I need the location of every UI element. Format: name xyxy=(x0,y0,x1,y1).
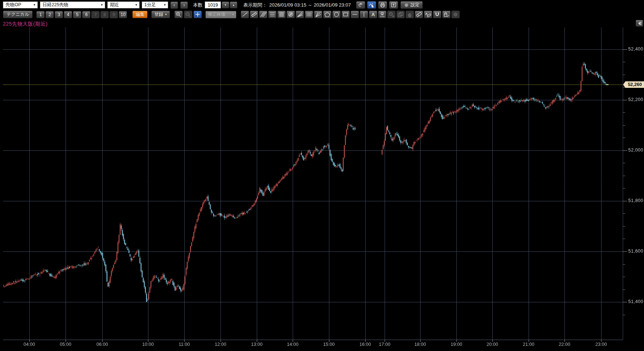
collapse-panel-button[interactable] xyxy=(636,20,643,27)
tool-eraser-button[interactable] xyxy=(415,11,423,18)
tool-ellipse-button[interactable] xyxy=(332,11,341,18)
tool-gann-fan-button[interactable] xyxy=(314,11,322,18)
x-axis-label: 16:00 xyxy=(359,342,371,347)
printer-icon xyxy=(380,2,386,8)
gear-icon xyxy=(404,3,409,8)
category-select[interactable]: 先物OP ▼ xyxy=(3,1,38,8)
zoom-in-button[interactable] xyxy=(174,11,183,18)
y-axis-label: 51,800 xyxy=(628,198,643,203)
toolbar-tools: テクニカル 12345678910 編集 登録 ▼ 修正株価 ▼ AICONA xyxy=(0,10,644,19)
register-button[interactable]: 登録 ▼ xyxy=(151,11,170,18)
tool-lock-drawing-button[interactable] xyxy=(442,11,451,18)
tool-fib-circle-button[interactable] xyxy=(286,11,295,18)
tool-horizontal-lines-button[interactable] xyxy=(268,11,277,18)
zoom-in-icon xyxy=(175,12,182,17)
settings-button[interactable]: 設定 xyxy=(400,1,423,9)
tool-fib-fan-button[interactable] xyxy=(296,11,304,18)
preset-button-10[interactable]: 10 xyxy=(119,11,127,18)
bars-decrement-button[interactable]: ▼ xyxy=(222,1,229,8)
x-axis-label: 14:00 xyxy=(287,342,298,347)
printer-button[interactable] xyxy=(378,1,387,9)
technical-button[interactable]: テクニカル xyxy=(3,11,33,18)
tool-magnet-button[interactable] xyxy=(433,11,441,18)
contract-month-select-value: 期近 xyxy=(110,2,119,8)
x-axis-label: 15:00 xyxy=(323,342,334,347)
undo-button[interactable] xyxy=(356,1,365,9)
tool-parallel-lines-button[interactable] xyxy=(259,11,267,18)
pentagon-icon xyxy=(324,12,330,17)
tool-time-cycle-button xyxy=(387,11,396,18)
tool-drawing-settings-button xyxy=(451,11,460,18)
tool-move-hand-button xyxy=(406,11,414,18)
ruler-icon xyxy=(251,12,257,17)
horizontal-line-icon xyxy=(352,12,358,17)
edit-button[interactable]: 編集 xyxy=(132,11,148,18)
contract-month-select[interactable]: 期近 ▼ xyxy=(107,1,140,8)
tool-vertical-lines-button[interactable] xyxy=(305,11,313,18)
preset-button-1[interactable]: 1 xyxy=(36,11,45,18)
bars-increment-button[interactable]: ▲ xyxy=(230,1,237,8)
tool-fib-retracement-button[interactable] xyxy=(277,11,286,18)
toolbar-primary: 先物OP ▼ 日経225先物 ▼ 期近 ▼ 1分足 ▼ ‹ › 本数 ▼ ▲ 表… xyxy=(0,0,644,10)
x-axis-label: 20:00 xyxy=(486,342,498,347)
adjusted-price-select: 修正株価 ▼ xyxy=(206,11,236,18)
export-window-button[interactable] xyxy=(389,1,398,9)
magnet-icon xyxy=(434,12,440,17)
x-axis-label: 10:00 xyxy=(142,342,153,347)
tool-horizontal-line-button[interactable] xyxy=(351,11,359,18)
crosshair-button[interactable] xyxy=(193,11,202,18)
tool-rectangle-button[interactable] xyxy=(341,11,350,18)
tool-text-eraser-button[interactable]: A xyxy=(424,11,432,18)
interval-select[interactable]: 1分足 ▼ xyxy=(142,1,168,8)
chevron-down-icon: ▼ xyxy=(135,3,138,7)
technical-preset-buttons: 12345678910 xyxy=(36,11,127,18)
horizontal-lines-icon xyxy=(269,12,275,17)
instrument-select-value: 日経225先物 xyxy=(42,2,69,8)
rectangle-icon xyxy=(343,12,349,17)
interval-select-value: 1分足 xyxy=(144,2,156,8)
preset-button-6[interactable]: 6 xyxy=(82,11,90,18)
time-cycle-icon xyxy=(388,12,395,17)
trend-line-icon xyxy=(242,12,248,17)
tool-pentagon-button[interactable] xyxy=(323,11,332,18)
preset-button-3[interactable]: 3 xyxy=(55,11,63,18)
preset-button-4[interactable]: 4 xyxy=(64,11,72,18)
eraser-icon xyxy=(416,12,422,17)
preset-button-8: 8 xyxy=(100,11,109,18)
candlestick-plot[interactable] xyxy=(0,19,644,351)
next-button[interactable]: › xyxy=(180,1,188,9)
lock-drawing-icon xyxy=(443,12,449,17)
gann-fan-icon xyxy=(315,12,321,17)
instrument-select[interactable]: 日経225先物 ▼ xyxy=(40,1,105,8)
current-price-tag: 52,260 xyxy=(623,81,644,88)
preset-button-2[interactable]: 2 xyxy=(45,11,54,18)
y-axis-label: 51,600 xyxy=(628,249,643,254)
tool-vertical-line-button[interactable] xyxy=(360,11,368,18)
svg-text:A: A xyxy=(371,12,375,17)
tool-trend-line-button[interactable] xyxy=(241,11,249,18)
preset-button-9: 9 xyxy=(110,11,118,18)
y-axis-label: 52,200 xyxy=(628,97,643,102)
x-axis-label: 17:00 xyxy=(379,342,390,347)
bars-count-input[interactable] xyxy=(205,1,221,8)
drawing-settings-icon xyxy=(452,12,459,17)
fib-fan-icon xyxy=(297,12,303,17)
export-window-icon xyxy=(391,2,397,8)
prev-button[interactable]: ‹ xyxy=(170,1,178,9)
parallel-lines-icon xyxy=(260,12,266,17)
chart-cursor-button[interactable] xyxy=(367,1,376,9)
tool-text-button[interactable]: A xyxy=(369,11,377,18)
ellipse-icon xyxy=(333,12,340,17)
preset-button-5[interactable]: 5 xyxy=(73,11,81,18)
chart-instrument-title: 225先物大阪(期近) xyxy=(3,21,48,27)
x-axis-label: 18:00 xyxy=(414,342,426,347)
text-icon: A xyxy=(370,12,376,17)
tool-ruler-button[interactable] xyxy=(250,11,258,18)
period-value: 2026/01/09 03:15 ～ 2026/01/09 23:07 xyxy=(269,2,351,8)
drawing-tool-buttons: AICONA xyxy=(241,11,460,18)
fib-circle-icon xyxy=(288,12,294,17)
x-axis-label: 23:00 xyxy=(595,342,607,347)
tool-copy-objects-button xyxy=(396,11,405,18)
tool-icon-stamp-button[interactable]: ICON xyxy=(378,11,386,18)
undo-icon xyxy=(358,2,364,8)
